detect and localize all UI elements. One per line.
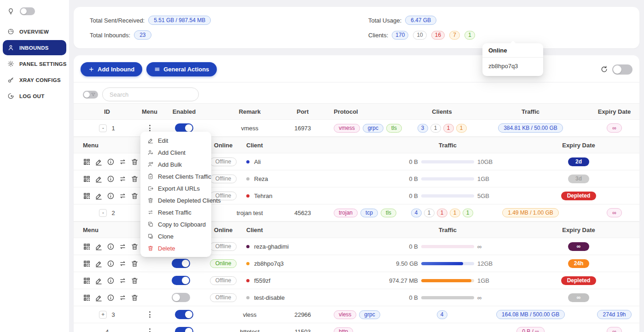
qr-code-icon[interactable]: [83, 175, 91, 183]
client-count-badge[interactable]: 1: [424, 209, 435, 217]
sidebar-item-logout[interactable]: LOG OUT: [3, 88, 66, 104]
client-count-badge[interactable]: 3: [418, 124, 428, 133]
reset-client-traffic-icon[interactable]: [119, 277, 127, 285]
client-count-badge[interactable]: 1: [456, 124, 467, 133]
filter-toggle[interactable]: [83, 91, 98, 99]
sidebar-item-panel-settings[interactable]: PANEL SETTINGS: [3, 56, 66, 71]
reset-client-traffic-icon[interactable]: [119, 175, 127, 183]
traffic-bar: [421, 296, 474, 299]
delete-client-icon[interactable]: [131, 158, 139, 166]
user-icon: [7, 44, 14, 51]
edit-client-icon[interactable]: [95, 243, 103, 250]
inbound-enabled-toggle[interactable]: [175, 123, 193, 133]
client-enabled-toggle[interactable]: [172, 276, 190, 285]
reset-client-traffic-icon[interactable]: [119, 294, 127, 302]
row-menu-trigger[interactable]: [146, 309, 153, 320]
theme-toggle[interactable]: [20, 7, 35, 15]
client-name: f559zf: [254, 277, 270, 284]
inbound-traffic-pill: 164.08 MB / 500.00 GB: [496, 310, 565, 319]
delete-client-icon[interactable]: [131, 192, 139, 200]
client-info-icon[interactable]: [107, 175, 115, 183]
client-count-badge[interactable]: 1: [443, 124, 454, 133]
client-name: Reza: [254, 175, 268, 182]
reset-client-traffic-icon[interactable]: [119, 260, 127, 268]
refresh-icon[interactable]: [600, 65, 608, 73]
expand-row-button[interactable]: +: [99, 311, 107, 319]
stat-value-pill: 23: [134, 30, 151, 40]
delete-client-icon[interactable]: [131, 277, 139, 285]
client-info-icon[interactable]: [107, 294, 115, 302]
client-enabled-toggle[interactable]: [172, 259, 190, 268]
trash-icon: [147, 245, 154, 251]
inbound-enabled-toggle[interactable]: [175, 310, 193, 319]
qr-code-icon[interactable]: [83, 158, 91, 166]
client-count-badge[interactable]: 4: [411, 209, 422, 217]
edit-client-icon[interactable]: [95, 158, 103, 166]
search-input[interactable]: [102, 87, 199, 101]
collapse-row-button[interactable]: -: [99, 124, 107, 132]
edit-client-icon[interactable]: [95, 175, 103, 183]
general-actions-button[interactable]: General Actions: [146, 62, 217, 76]
sidebar-item-xray-configs[interactable]: XRAY CONFIGS: [3, 72, 66, 87]
qr-code-icon[interactable]: [83, 260, 91, 268]
edit-client-icon[interactable]: [95, 192, 103, 200]
qr-code-icon[interactable]: [83, 277, 91, 285]
client-color-dot: [246, 160, 249, 163]
stat-label: Clients:: [368, 32, 388, 39]
client-count-badge[interactable]: 1: [437, 209, 447, 217]
clients-depleted-badge[interactable]: 16: [431, 31, 445, 40]
edit-client-icon[interactable]: [95, 277, 103, 285]
reset-client-traffic-icon[interactable]: [119, 243, 127, 250]
clients-expiring-badge[interactable]: 7: [449, 31, 460, 40]
menu-item-copy-to-clipboard[interactable]: Copy to Clipboard: [140, 218, 211, 230]
inbound-id: 2: [111, 210, 115, 216]
delete-client-icon[interactable]: [131, 243, 139, 250]
edit-client-icon[interactable]: [95, 294, 103, 302]
client-info-icon[interactable]: [107, 192, 115, 200]
qr-code-icon[interactable]: [83, 192, 91, 200]
qr-code-icon[interactable]: [83, 243, 91, 250]
reset-client-traffic-icon[interactable]: [119, 192, 127, 200]
menu-item-delete-depleted-clients[interactable]: Delete Depleted Clients: [140, 194, 211, 206]
traffic-cap: ∞: [477, 294, 518, 301]
client-info-icon[interactable]: [107, 277, 115, 285]
auto-refresh-toggle[interactable]: [612, 64, 632, 75]
delete-client-icon[interactable]: [131, 175, 139, 183]
client-info-icon[interactable]: [107, 158, 115, 166]
menu-item-add-bulk[interactable]: Add Bulk: [140, 158, 211, 170]
sidebar-item-overview[interactable]: OVERVIEW: [3, 24, 66, 39]
client-count-badge[interactable]: 4: [437, 310, 447, 319]
traffic-bar: [421, 262, 474, 265]
col-port: Port: [290, 108, 315, 115]
menu-item-clone[interactable]: Clone: [140, 230, 211, 242]
add-inbound-button[interactable]: Add Inbound: [81, 62, 142, 76]
clients-online-badge[interactable]: 1: [464, 31, 475, 40]
edit-client-icon[interactable]: [95, 260, 103, 268]
menu-item-delete[interactable]: Delete: [140, 242, 211, 254]
inbound-enabled-toggle[interactable]: [175, 327, 193, 332]
client-info-icon[interactable]: [107, 243, 115, 250]
client-count-badge[interactable]: 1: [430, 124, 441, 133]
sidebar-item-inbounds[interactable]: INBOUNDS: [3, 40, 66, 55]
row-menu-trigger[interactable]: [146, 326, 153, 332]
menu-item-reset-clients-traffic[interactable]: Reset Clients Traffic: [140, 170, 211, 182]
client-count-badge[interactable]: 1: [450, 209, 460, 217]
popover-title: Online: [482, 43, 543, 58]
qr-code-icon[interactable]: [83, 294, 91, 302]
clients-total-badge[interactable]: 170: [392, 31, 408, 40]
client-info-icon[interactable]: [107, 260, 115, 268]
client-enabled-toggle[interactable]: [172, 293, 190, 302]
menu-item-reset-traffic[interactable]: Reset Traffic: [140, 206, 211, 218]
menu-item-add-client[interactable]: Add Client: [140, 146, 211, 158]
menu-item-edit[interactable]: Edit: [140, 134, 211, 146]
key-icon: [7, 76, 14, 83]
clients-disabled-badge[interactable]: 10: [413, 31, 426, 40]
delete-client-icon[interactable]: [131, 294, 139, 302]
inbound-port: 11503: [290, 328, 315, 332]
reset-client-traffic-icon[interactable]: [119, 158, 127, 166]
traffic-bar: [421, 160, 474, 163]
collapse-row-button[interactable]: -: [99, 209, 107, 217]
traffic-bar: [421, 194, 474, 198]
delete-client-icon[interactable]: [131, 260, 139, 268]
menu-item-export-all-urls[interactable]: Export All URLs: [140, 182, 211, 194]
